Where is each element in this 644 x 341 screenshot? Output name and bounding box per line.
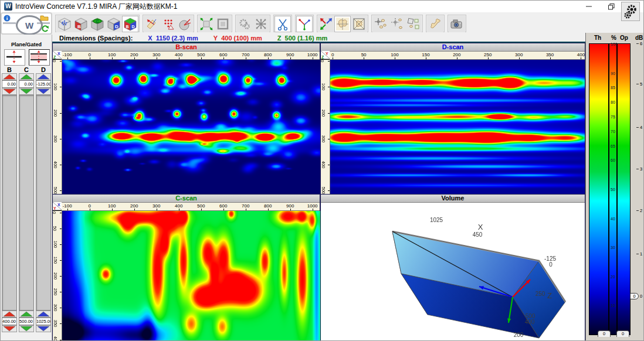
info-icon[interactable]: i [4,15,11,22]
b-scan-view[interactable] [62,60,320,195]
d-scan-y-axis: 0100200300400500 [321,60,330,195]
c-scan-view[interactable] [62,211,320,341]
percent-label: 85 [611,86,615,90]
x-tick-label: 300 [515,52,523,57]
channel-label-C: C [19,66,34,73]
toolbar-probe-marker-button[interactable] [144,16,160,32]
channel-B-bottom-value[interactable]: 400.00 [2,318,17,325]
db-label: 3 [640,166,642,172]
toolbar-process-gears-button[interactable] [236,16,253,32]
channel-C-top-up[interactable] [19,73,34,80]
channel-B-top-down[interactable] [2,88,17,95]
toolbar-cluster-squares-button[interactable] [405,16,422,32]
toolbar-view-3d-cube-button[interactable] [56,16,73,32]
channel-C-bottom-value[interactable]: 500.00 [19,318,34,325]
x-tick-label: 400 [577,52,585,57]
toolbar-group-9 [448,15,466,32]
toolbar-frame-view-button[interactable] [215,16,231,32]
x-tick-label: 700 [242,52,249,57]
y-tick-mark [60,213,62,213]
y-tick-mark [60,87,62,87]
axis-vector-icon [297,17,311,31]
channel-C-slider[interactable] [19,95,34,311]
opacity-colorbar[interactable] [617,43,631,335]
toolbar-move-arrows-rgb-button[interactable] [318,16,334,32]
minimize-button[interactable] [578,1,600,12]
toolbar-bone-tool-button[interactable] [427,16,443,32]
toolbar-blob-frame-button[interactable] [351,16,367,32]
y-tick-label: 100 [53,241,58,248]
y-tick-label: 300 [53,135,58,142]
x-tick-mark [134,209,135,210]
channel-D-top-up[interactable] [36,73,51,80]
toolbar-fit-view-button[interactable] [198,16,215,32]
y-tick-mark [60,139,62,139]
toolbar-sphere-tool-button[interactable] [177,16,193,32]
opacity-bottom-tag[interactable]: 0 [616,330,629,337]
y-tick-label: 200 [321,109,326,117]
x-tick-mark [246,57,246,59]
scissors-cut-icon [276,17,290,31]
channel-B-bottom-up[interactable] [2,311,17,318]
toolbar-camera-snapshot-button[interactable] [449,16,465,32]
channel-C-bottom-down[interactable] [19,325,34,332]
channel-D-top-value[interactable]: -125.00 [36,80,51,88]
x-tick-label: 200 [453,52,460,57]
svg-text:D: D [115,24,118,29]
toolbar-view-bcd-cube-button[interactable]: BD [122,16,138,32]
channel-D-top-down[interactable] [36,88,51,95]
b-scan-axis-corner: XZ [53,51,62,59]
channel-C-top-value[interactable]: 0.00 [19,80,34,88]
channel-B-top-value[interactable]: 0.00 [2,80,17,88]
plane-mode-button[interactable] [4,49,25,66]
toolbar-cluster-align-button[interactable] [389,16,405,32]
db-zero-marker[interactable]: 0 [630,293,639,299]
settings-gears-button[interactable] [621,2,640,21]
open-folder-icon[interactable] [40,14,49,21]
d-scan-axis-corner: YZ [321,51,330,59]
channel-B-bottom-down[interactable] [2,325,17,332]
channel-D-bottom-value[interactable]: 1025.00 [36,318,51,325]
channel-D-bottom-down[interactable] [36,325,51,332]
y-tick-label: 400 [53,161,58,169]
x-tick-label: 50 [361,52,367,57]
channel-D-bottom-up[interactable] [36,311,51,318]
toolbar-view-c-scan-cube-button[interactable]: C [89,16,106,32]
channel-C-bottom-up[interactable] [19,311,34,318]
x-tick-mark [157,209,157,210]
d-scan-title: D-scan [321,43,585,52]
probe-marker-icon [145,17,159,31]
channel-B-top-up[interactable] [2,73,17,80]
threshold-colorbar[interactable] [589,43,609,335]
volume-3d-view[interactable] [321,203,585,341]
toolbar-view-b-scan-cube-button[interactable]: B [73,16,89,32]
threshold-bottom-tag[interactable]: 0 [598,330,611,337]
x-tick-label: 900 [286,203,294,209]
b-scan-x-axis: -10001002003004005006007008009001000 [62,52,320,60]
gated-mode-button[interactable] [29,49,50,66]
toolbar-scissors-cut-button[interactable] [274,16,291,32]
channel-D-slider[interactable] [36,95,51,311]
y-tick-mark [328,61,330,62]
window-titlebar[interactable]: W IntroView Concrete V7.1.9 MIRA 厂家网站数据K… [1,1,644,12]
toolbar-cluster-move-button[interactable] [372,16,389,32]
toolbar-expand-arrows-button[interactable] [253,16,269,32]
channel-B-slider[interactable] [2,95,17,311]
db-label: 1 [640,251,642,257]
d-scan-view[interactable] [330,60,585,195]
colorbar-header-th: Th [594,35,601,41]
percent-label: 40 [611,216,615,220]
refresh-icon[interactable] [41,25,49,33]
y-tick-mark [60,308,62,308]
dimensions-bar: Dimensions (Spacings): X1150 (2.3) mmY40… [52,34,585,43]
percent-label: 100 [611,42,618,46]
y-tick-label: 400 [321,161,326,169]
toolbar-view-d-scan-cube-button[interactable]: D [106,16,122,32]
toolbar-blob-filter-button[interactable] [334,16,351,32]
toolbar-axis-vector-button[interactable] [296,16,313,32]
view-c-scan-cube-icon: C [90,17,104,31]
restore-button[interactable] [600,1,622,12]
toolbar-point-cloud-button[interactable] [160,16,177,32]
y-tick-label: 300 [321,135,326,142]
channel-C-top-down[interactable] [19,88,34,95]
